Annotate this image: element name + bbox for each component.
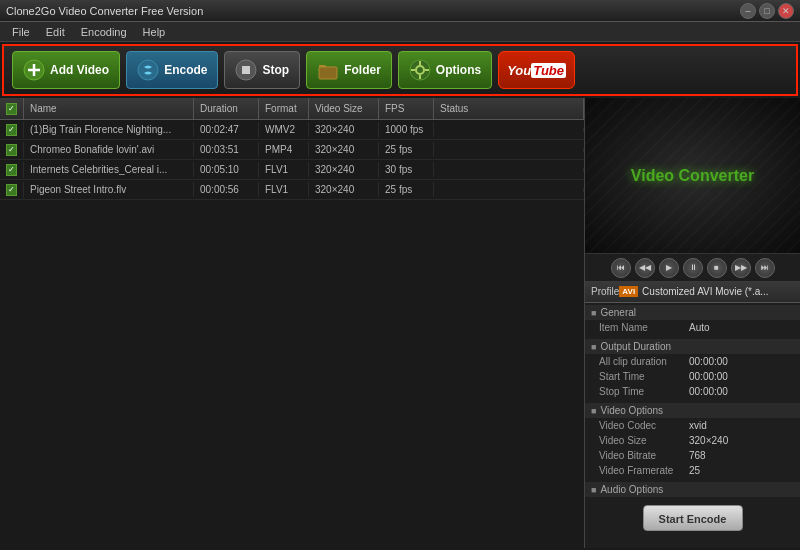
svg-rect-6 — [319, 67, 337, 79]
table-row[interactable]: (1)Big Train Florence Nighting... 00:02:… — [0, 120, 584, 140]
col-header-duration: Duration — [194, 98, 259, 119]
section-header-video: ■ Video Options — [585, 403, 800, 418]
add-video-icon — [23, 59, 45, 81]
stop-label: Stop — [262, 63, 289, 77]
row-duration-1: 00:03:51 — [194, 142, 259, 157]
col-header-size: Video Size — [309, 98, 379, 119]
window-controls: – □ ✕ — [740, 3, 794, 19]
folder-icon — [317, 59, 339, 81]
section-collapse-icon-4[interactable]: ■ — [591, 485, 596, 495]
section-header-general: ■ General — [585, 305, 800, 320]
settings-section-audio: ■ Audio Options — [585, 480, 800, 499]
player-skip-forward-button[interactable]: ⏭ — [755, 258, 775, 278]
svg-rect-5 — [242, 66, 250, 74]
settings-row-video-framerate: Video Framerate 25 — [585, 463, 800, 478]
right-panel: Video Converter ⏮ ◀◀ ▶ ⏸ ■ ▶▶ ⏭ Profile … — [585, 98, 800, 548]
options-button[interactable]: Options — [398, 51, 492, 89]
settings-row-all-clip: All clip duration 00:00:00 — [585, 354, 800, 369]
settings-header: Profile AVI Customized AVI Movie (*.a... — [585, 281, 800, 303]
row-duration-0: 00:02:47 — [194, 122, 259, 137]
row-format-1: PMP4 — [259, 142, 309, 157]
row-checkbox-1[interactable] — [0, 142, 24, 158]
col-header-name: Name — [24, 98, 194, 119]
minimize-button[interactable]: – — [740, 3, 756, 19]
folder-label: Folder — [344, 63, 381, 77]
row-format-2: FLV1 — [259, 162, 309, 177]
stop-button[interactable]: Stop — [224, 51, 300, 89]
row-checkbox-3[interactable] — [0, 182, 24, 198]
row-checkbox-2[interactable] — [0, 162, 24, 178]
add-video-button[interactable]: Add Video — [12, 51, 120, 89]
row-size-0: 320×240 — [309, 122, 379, 137]
row-name-1: Chromeo Bonafide lovin'.avi — [24, 142, 194, 157]
menu-help[interactable]: Help — [135, 22, 174, 41]
select-all-checkbox[interactable] — [6, 103, 17, 115]
row-format-3: FLV1 — [259, 182, 309, 197]
toolbar: Add Video Encode Stop Folder — [2, 44, 798, 96]
section-header-output: ■ Output Duration — [585, 339, 800, 354]
profile-name: Customized AVI Movie (*.a... — [642, 286, 769, 297]
player-pause-button[interactable]: ⏸ — [683, 258, 703, 278]
row-status-1 — [434, 148, 584, 152]
menu-file[interactable]: File — [4, 22, 38, 41]
row-status-3 — [434, 188, 584, 192]
file-list-panel: Name Duration Format Video Size FPS Stat… — [0, 98, 585, 548]
options-label: Options — [436, 63, 481, 77]
section-collapse-icon-3[interactable]: ■ — [591, 406, 596, 416]
row-status-2 — [434, 168, 584, 172]
close-button[interactable]: ✕ — [778, 3, 794, 19]
row-duration-3: 00:00:56 — [194, 182, 259, 197]
col-header-check — [0, 98, 24, 119]
row-name-2: Internets Celebrities_Cereal i... — [24, 162, 194, 177]
maximize-button[interactable]: □ — [759, 3, 775, 19]
settings-row-item-name: Item Name Auto — [585, 320, 800, 335]
settings-section-video: ■ Video Options Video Codec xvid Video S… — [585, 401, 800, 480]
row-checkbox-0[interactable] — [0, 122, 24, 138]
table-row[interactable]: Pigeon Street Intro.flv 00:00:56 FLV1 32… — [0, 180, 584, 200]
player-forward-button[interactable]: ▶▶ — [731, 258, 751, 278]
player-stop-button[interactable]: ■ — [707, 258, 727, 278]
preview-area: Video Converter — [585, 98, 800, 253]
settings-row-video-codec: Video Codec xvid — [585, 418, 800, 433]
profile-badge: AVI — [619, 286, 638, 297]
section-collapse-icon[interactable]: ■ — [591, 308, 596, 318]
row-name-3: Pigeon Street Intro.flv — [24, 182, 194, 197]
encode-icon — [137, 59, 159, 81]
add-video-label: Add Video — [50, 63, 109, 77]
player-rewind-button[interactable]: ◀◀ — [635, 258, 655, 278]
table-row[interactable]: Chromeo Bonafide lovin'.avi 00:03:51 PMP… — [0, 140, 584, 160]
encode-button[interactable]: Encode — [126, 51, 218, 89]
settings-row-start-time: Start Time 00:00:00 — [585, 369, 800, 384]
row-status-0 — [434, 128, 584, 132]
player-skip-back-button[interactable]: ⏮ — [611, 258, 631, 278]
row-size-1: 320×240 — [309, 142, 379, 157]
youtube-label: YouTube — [507, 63, 566, 78]
start-encode-button[interactable]: Start Encode — [643, 505, 743, 531]
svg-point-3 — [138, 60, 158, 80]
col-header-format: Format — [259, 98, 309, 119]
player-play-button[interactable]: ▶ — [659, 258, 679, 278]
file-rows: (1)Big Train Florence Nighting... 00:02:… — [0, 120, 584, 200]
section-header-audio: ■ Audio Options — [585, 482, 800, 497]
settings-section-output-duration: ■ Output Duration All clip duration 00:0… — [585, 337, 800, 401]
title-bar: Clone2Go Video Converter Free Version – … — [0, 0, 800, 22]
settings-row-video-size: Video Size 320×240 — [585, 433, 800, 448]
settings-row-video-bitrate: Video Bitrate 768 — [585, 448, 800, 463]
menu-edit[interactable]: Edit — [38, 22, 73, 41]
col-header-status: Status — [434, 98, 584, 119]
app-title: Clone2Go Video Converter Free Version — [6, 5, 740, 17]
encode-label: Encode — [164, 63, 207, 77]
settings-panel: Profile AVI Customized AVI Movie (*.a...… — [585, 281, 800, 548]
row-size-2: 320×240 — [309, 162, 379, 177]
settings-section-general: ■ General Item Name Auto — [585, 303, 800, 337]
settings-row-stop-time: Stop Time 00:00:00 — [585, 384, 800, 399]
table-row[interactable]: Internets Celebrities_Cereal i... 00:05:… — [0, 160, 584, 180]
youtube-button[interactable]: YouTube — [498, 51, 575, 89]
profile-label: Profile — [591, 286, 619, 297]
row-fps-2: 30 fps — [379, 162, 434, 177]
section-collapse-icon-2[interactable]: ■ — [591, 342, 596, 352]
preview-title: Video Converter — [631, 167, 754, 185]
stop-icon — [235, 59, 257, 81]
menu-encoding[interactable]: Encoding — [73, 22, 135, 41]
folder-button[interactable]: Folder — [306, 51, 392, 89]
